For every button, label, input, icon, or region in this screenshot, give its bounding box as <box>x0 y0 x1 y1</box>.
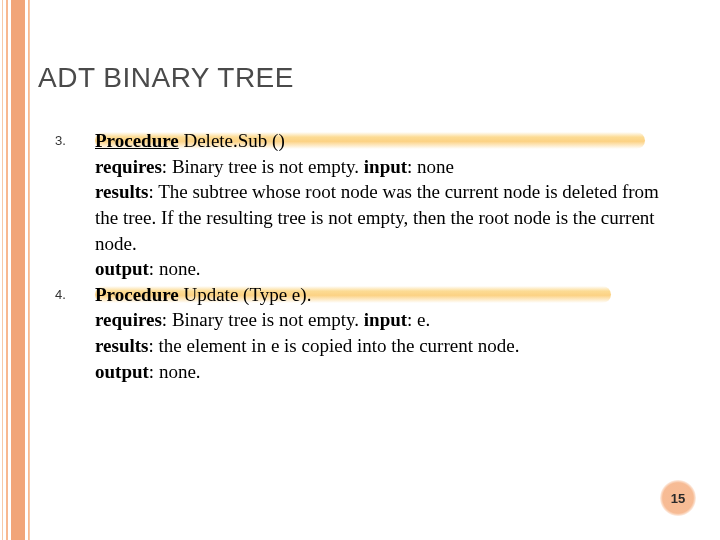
list-number: 4. <box>55 282 95 302</box>
input-label: input <box>364 156 407 177</box>
output-line: output: none. <box>95 256 660 282</box>
results-line: results: the element in e is copied into… <box>95 333 660 359</box>
results-label: results <box>95 181 148 202</box>
procedure-heading: Procedure Delete.Sub () <box>95 128 285 154</box>
results-text: : the element in e is copied into the cu… <box>148 335 519 356</box>
requires-line: requires: Binary tree is not empty. inpu… <box>95 154 660 180</box>
results-line: results: The subtree whose root node was… <box>95 179 660 256</box>
input-text: : none <box>407 156 454 177</box>
results-text: : The subtree whose root node was the cu… <box>95 181 659 253</box>
procedure-label: Procedure <box>95 130 179 151</box>
list-body: Procedure Delete.Sub () requires: Binary… <box>95 128 660 282</box>
requires-text: : Binary tree is not empty. <box>162 309 364 330</box>
list-body: Procedure Update (Type e). requires: Bin… <box>95 282 660 385</box>
procedure-label: Procedure <box>95 284 179 305</box>
slide: ADT BINARY TREE 3. Procedure Delete.Sub … <box>0 0 720 540</box>
output-line: output: none. <box>95 359 660 385</box>
requires-label: requires <box>95 156 162 177</box>
content-area: 3. Procedure Delete.Sub () requires: Bin… <box>55 128 660 384</box>
list-item: 3. Procedure Delete.Sub () requires: Bin… <box>55 128 660 282</box>
requires-label: requires <box>95 309 162 330</box>
output-label: output <box>95 258 149 279</box>
list-number: 3. <box>55 128 95 148</box>
page-number: 15 <box>671 491 685 506</box>
procedure-name: Update (Type e). <box>179 284 312 305</box>
output-label: output <box>95 361 149 382</box>
procedure-heading: Procedure Update (Type e). <box>95 282 311 308</box>
page-number-badge: 15 <box>660 480 696 516</box>
input-label: input <box>364 309 407 330</box>
requires-line: requires: Binary tree is not empty. inpu… <box>95 307 660 333</box>
slide-title: ADT BINARY TREE <box>38 62 294 94</box>
output-text: : none. <box>149 361 201 382</box>
list-item: 4. Procedure Update (Type e). requires: … <box>55 282 660 385</box>
results-label: results <box>95 335 148 356</box>
output-text: : none. <box>149 258 201 279</box>
requires-text: : Binary tree is not empty. <box>162 156 364 177</box>
input-text: : e. <box>407 309 430 330</box>
procedure-name: Delete.Sub () <box>179 130 285 151</box>
